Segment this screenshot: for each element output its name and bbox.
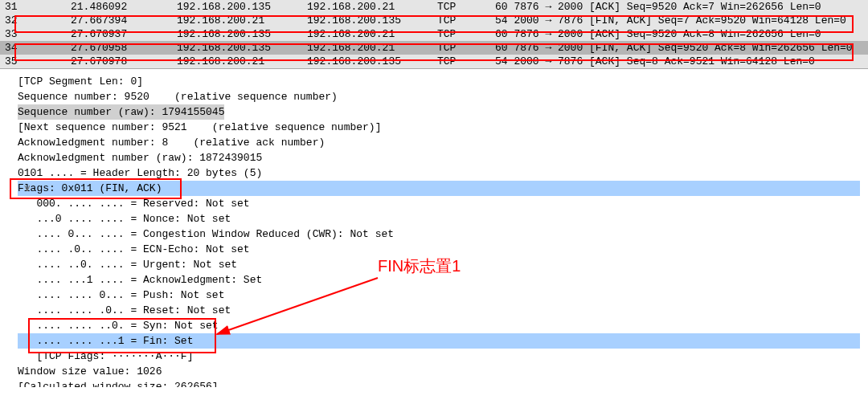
cell-dst: 192.168.200.21 — [302, 0, 432, 14]
flag-cwr[interactable]: .... 0... .... = Congestion Window Reduc… — [18, 226, 860, 242]
cell-src: 192.168.200.135 — [172, 41, 302, 55]
packet-detail[interactable]: [TCP Segment Len: 0] Sequence number: 95… — [0, 69, 868, 387]
packet-row[interactable]: 3121.486092192.168.200.135192.168.200.21… — [0, 0, 868, 14]
flag-ecn[interactable]: .... .0.. .... = ECN-Echo: Not set — [18, 242, 860, 257]
detail-hdrlen: 0101 .... = Header Length: 20 bytes (5) — [18, 165, 860, 181]
cell-dst: 192.168.200.21 — [302, 41, 432, 55]
packet-row[interactable]: 3327.670937192.168.200.135192.168.200.21… — [0, 27, 868, 41]
detail-nextseq: [Next sequence number: 9521 (relative se… — [18, 120, 860, 135]
detail-acknum: Acknowledgment number: 8 (relative ack n… — [18, 135, 860, 150]
cell-dst: 192.168.200.135 — [302, 14, 432, 27]
cell-proto: TCP — [432, 0, 490, 14]
detail-ackraw: Acknowledgment number (raw): 1872439015 — [18, 150, 860, 165]
cell-dst: 192.168.200.21 — [302, 27, 432, 41]
cell-time: 27.670978 — [66, 55, 172, 68]
cell-proto: TCP — [432, 55, 490, 68]
detail-seqraw[interactable]: Sequence number (raw): 1794155045 — [18, 104, 224, 120]
flag-nonce[interactable]: ...0 .... .... = Nonce: Not set — [18, 211, 860, 226]
packet-row[interactable]: 3427.670958192.168.200.135192.168.200.21… — [0, 41, 868, 55]
cell-src: 192.168.200.135 — [172, 27, 302, 41]
cell-info: 60 7876 → 2000 [FIN, ACK] Seq=9520 Ack=8… — [490, 41, 868, 55]
detail-seqrel: Sequence number: 9520 (relative sequence… — [18, 89, 860, 104]
detail-flags[interactable]: Flags: 0x011 (FIN, ACK) — [18, 181, 860, 196]
expand-icon[interactable]: v — [24, 181, 31, 196]
detail-winsize: Window size value: 1026 — [18, 364, 860, 379]
detail-tcpflags: [TCP Flags: ·······A···F] — [18, 349, 860, 364]
cell-src: 192.168.200.21 — [172, 14, 302, 27]
cell-no: 32 — [0, 14, 66, 27]
cell-info: 54 2000 → 7876 [ACK] Seq=8 Ack=9521 Win=… — [490, 55, 868, 68]
cell-time: 27.670958 — [66, 41, 172, 55]
cell-time: 27.667394 — [66, 14, 172, 27]
packet-row[interactable]: 3527.670978192.168.200.21192.168.200.135… — [0, 55, 868, 68]
cell-info: 60 7876 → 2000 [ACK] Seq=9520 Ack=7 Win=… — [490, 0, 868, 14]
cell-info: 54 2000 → 7876 [FIN, ACK] Seq=7 Ack=9520… — [490, 14, 868, 27]
cell-no: 35 — [0, 55, 66, 68]
cell-no: 33 — [0, 27, 66, 41]
cell-no: 31 — [0, 0, 66, 14]
cell-dst: 192.168.200.135 — [302, 55, 432, 68]
flag-reserved[interactable]: 000. .... .... = Reserved: Not set — [18, 196, 860, 211]
flag-syn[interactable]: .... .... ..0. = Syn: Not set — [18, 318, 860, 333]
flag-push[interactable]: .... .... 0... = Push: Not set — [18, 288, 860, 303]
cell-proto: TCP — [432, 14, 490, 27]
cell-src: 192.168.200.135 — [172, 0, 302, 14]
flag-reset[interactable]: .... .... .0.. = Reset: Not set — [18, 303, 860, 318]
packet-row[interactable]: 3227.667394192.168.200.21192.168.200.135… — [0, 14, 868, 27]
cell-proto: TCP — [432, 41, 490, 55]
cell-src: 192.168.200.21 — [172, 55, 302, 68]
cell-time: 27.670937 — [66, 27, 172, 41]
flag-fin[interactable]: .... .... ...1 = Fin: Set — [18, 333, 860, 349]
cell-time: 21.486092 — [66, 0, 172, 14]
cell-no: 34 — [0, 41, 66, 55]
detail-seglen: [TCP Segment Len: 0] — [18, 74, 860, 89]
packet-list[interactable]: 3121.486092192.168.200.135192.168.200.21… — [0, 0, 868, 69]
detail-calcwin: [Calculated window size: 262656] — [18, 379, 860, 387]
cell-proto: TCP — [432, 27, 490, 41]
cell-info: 60 7876 → 2000 [ACK] Seq=9520 Ack=8 Win=… — [490, 27, 868, 41]
annotation-text: FIN标志置1 — [378, 259, 461, 274]
